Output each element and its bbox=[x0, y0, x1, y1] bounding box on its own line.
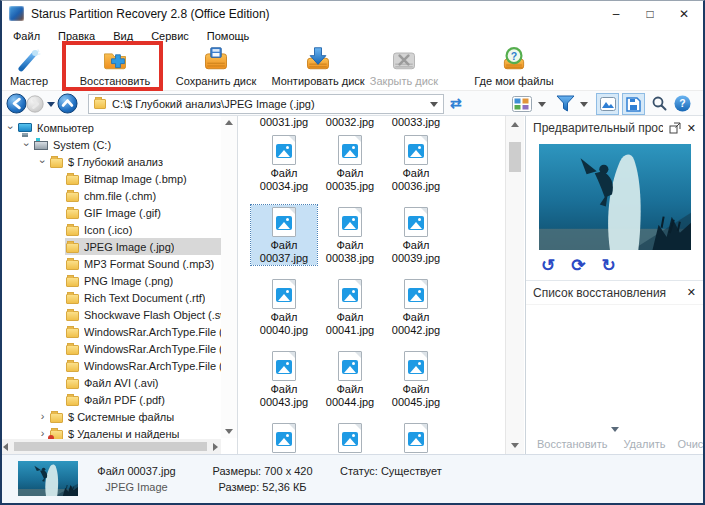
tree-item[interactable]: chm.file (.chm) bbox=[0, 187, 221, 204]
file-item[interactable]: Файл 00040.jpg bbox=[251, 277, 317, 337]
scroll-left-arrow-icon[interactable] bbox=[3, 443, 8, 451]
file-item[interactable]: Файл 00035.jpg bbox=[317, 133, 383, 193]
tree-item-icon bbox=[34, 141, 48, 150]
tree-item-icon bbox=[66, 260, 79, 270]
tree-item[interactable]: MP3 Format Sound (.mp3) bbox=[0, 255, 221, 272]
file-item[interactable]: Файл 00043.jpg bbox=[251, 349, 317, 409]
tree-item[interactable]: JPEG Image (.jpg) bbox=[0, 238, 221, 255]
tree-item[interactable]: $ Глубокий анализ bbox=[0, 153, 221, 170]
menu-edit[interactable]: Правка bbox=[49, 30, 104, 42]
tree-horizontal-scrollbar[interactable] bbox=[0, 439, 221, 454]
menu-help[interactable]: Помощь bbox=[198, 30, 259, 42]
tree-item[interactable]: WindowsRar.ArchType.File (.gz bbox=[0, 340, 221, 357]
tree-item-icon bbox=[66, 311, 79, 321]
scrollbar-thumb[interactable] bbox=[509, 142, 521, 172]
file-item-name-partial[interactable]: 00032.jpg bbox=[317, 116, 383, 131]
view-mode-icon[interactable] bbox=[512, 96, 532, 112]
preview-close-icon[interactable]: ✕ bbox=[687, 122, 696, 135]
scroll-right-arrow-icon[interactable] bbox=[213, 443, 218, 451]
tree-vertical-scrollbar[interactable] bbox=[221, 116, 237, 438]
tree-chevron-icon[interactable] bbox=[20, 139, 33, 150]
close-disk-icon bbox=[390, 46, 418, 74]
refresh-icon[interactable]: ⇄ bbox=[450, 95, 462, 111]
address-bar[interactable]: C:\$ Глубокий анализ\JPEG Image (.jpg) bbox=[88, 94, 444, 114]
recovery-list-toggle[interactable] bbox=[622, 93, 645, 115]
view-mode-caret[interactable] bbox=[538, 102, 546, 107]
recover-selected-button[interactable]: Восстановить bbox=[531, 438, 613, 450]
file-item[interactable]: Файл 00041.jpg bbox=[317, 277, 383, 337]
forward-button[interactable] bbox=[26, 95, 44, 113]
file-item[interactable]: Файл 00047.jpg bbox=[317, 421, 383, 454]
file-item[interactable]: Файл 00042.jpg bbox=[383, 277, 449, 337]
tree-item[interactable]: Компьютер bbox=[0, 119, 221, 136]
file-item-name: 00041.jpg bbox=[326, 324, 374, 337]
file-item[interactable]: Файл 00038.jpg bbox=[317, 205, 383, 265]
tree-chevron-icon[interactable] bbox=[4, 122, 17, 133]
tree-item[interactable]: System (C:) bbox=[0, 136, 221, 153]
minimize-button[interactable]: – bbox=[599, 0, 633, 27]
address-dropdown-caret[interactable] bbox=[430, 102, 438, 107]
tree-chevron-icon[interactable] bbox=[36, 156, 49, 167]
recover-button[interactable]: Восстановить bbox=[68, 46, 162, 87]
tree-item[interactable]: PNG Image (.png) bbox=[0, 272, 221, 289]
wizard-button[interactable]: Мастер bbox=[2, 46, 56, 87]
tree-chevron-icon[interactable] bbox=[36, 411, 49, 422]
where-are-my-files-button[interactable]: ? Где мои файлы bbox=[472, 46, 556, 87]
scroll-down-arrow-icon[interactable] bbox=[225, 429, 233, 434]
tree-item[interactable]: Icon (.ico) bbox=[0, 221, 221, 238]
scrollbar-thumb[interactable] bbox=[14, 442, 207, 451]
save-disk-button[interactable]: Сохранить диск bbox=[166, 46, 266, 87]
scroll-up-arrow-icon[interactable] bbox=[511, 122, 519, 127]
scroll-up-arrow-icon[interactable] bbox=[225, 120, 233, 125]
file-item[interactable]: Файл 00036.jpg bbox=[383, 133, 449, 193]
file-item[interactable]: Файл 00046.jpg bbox=[251, 421, 317, 454]
up-button[interactable] bbox=[57, 93, 78, 114]
file-item[interactable]: Файл 00037.jpg bbox=[251, 205, 317, 265]
mount-disk-button[interactable]: Монтировать диск bbox=[266, 46, 370, 87]
file-item-prefix: Файл bbox=[402, 167, 429, 180]
tree-item[interactable]: Файл PDF (.pdf) bbox=[0, 391, 221, 408]
tree-item[interactable]: Rich Text Document (.rtf) bbox=[0, 289, 221, 306]
file-item[interactable]: Файл 00044.jpg bbox=[317, 349, 383, 409]
grid-vertical-scrollbar[interactable] bbox=[505, 116, 524, 454]
tree-item[interactable]: Shockwave Flash Object (.swf) bbox=[0, 306, 221, 323]
close-button[interactable]: ✕ bbox=[667, 0, 701, 27]
file-item[interactable]: Файл 00034.jpg bbox=[251, 133, 317, 193]
tree-item-icon bbox=[66, 243, 79, 253]
rotate-left-icon[interactable]: ↺ bbox=[541, 255, 555, 276]
tree-item[interactable]: $ Системные файлы bbox=[0, 408, 221, 425]
filter-caret[interactable] bbox=[580, 102, 588, 107]
tree-item[interactable]: WindowsRar.ArchType.File (.ca bbox=[0, 323, 221, 340]
help-icon[interactable]: ? bbox=[674, 95, 691, 112]
status-size-value: 52,36 КБ bbox=[262, 481, 306, 493]
tree-item[interactable]: Файл AVI (.avi) bbox=[0, 374, 221, 391]
tree-item[interactable]: WindowsRar.ArchType.File (.zip bbox=[0, 357, 221, 374]
file-item[interactable]: Файл 00039.jpg bbox=[383, 205, 449, 265]
file-item[interactable]: Файл 00048.jpg bbox=[383, 421, 449, 454]
search-icon[interactable] bbox=[652, 96, 667, 111]
tree-item[interactable]: GIF Image (.gif) bbox=[0, 204, 221, 221]
menu-file[interactable]: Файл bbox=[4, 30, 49, 42]
file-item-name-partial[interactable]: 00031.jpg bbox=[251, 116, 317, 131]
recovery-list-header: Список восстановления ✕ bbox=[526, 280, 703, 304]
preview-panel-toggle[interactable] bbox=[596, 93, 619, 115]
tree-item[interactable]: Bitmap Image (.bmp) bbox=[0, 170, 221, 187]
rotate-right-icon[interactable]: ↻ bbox=[602, 255, 616, 276]
back-button[interactable] bbox=[6, 93, 27, 114]
file-item[interactable]: Файл 00045.jpg bbox=[383, 349, 449, 409]
rotate-180-icon[interactable]: ⟳ bbox=[571, 255, 585, 276]
filter-funnel-icon[interactable] bbox=[556, 95, 575, 112]
maximize-button[interactable]: □ bbox=[633, 0, 667, 27]
history-dropdown-caret[interactable] bbox=[47, 102, 55, 107]
collapse-caret-icon[interactable] bbox=[526, 425, 703, 434]
file-item-name-partial[interactable]: 00033.jpg bbox=[383, 116, 449, 131]
scroll-down-arrow-icon[interactable] bbox=[511, 443, 519, 448]
menu-view[interactable]: Вид bbox=[104, 30, 142, 42]
delete-from-list-button[interactable]: Удалить bbox=[617, 438, 671, 450]
recovery-list-close-icon[interactable]: ✕ bbox=[687, 286, 696, 299]
undock-icon[interactable] bbox=[669, 122, 681, 134]
application-window: Starus Partition Recovery 2.8 (Office Ed… bbox=[0, 0, 705, 505]
tree-item-icon bbox=[50, 430, 63, 440]
clear-list-button[interactable]: Очистить bbox=[671, 438, 705, 450]
menu-service[interactable]: Сервис bbox=[142, 30, 198, 42]
